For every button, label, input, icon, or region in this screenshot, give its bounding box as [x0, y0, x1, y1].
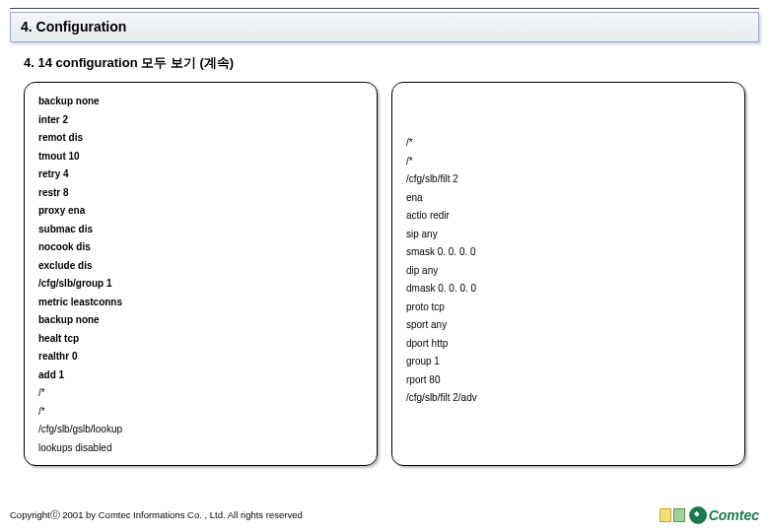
- comtec-text-wrap: Comtec: [709, 506, 759, 524]
- config-panels: backup none inter 2 remot dis tmout 10 r…: [0, 82, 769, 466]
- comtec-brand: Comtec: [709, 507, 759, 523]
- config-line: ena: [406, 189, 731, 208]
- config-line: backup none: [38, 311, 363, 330]
- config-line: metric leastconns: [38, 294, 363, 312]
- config-line: /cfg/slb/group 1: [38, 275, 363, 294]
- config-line: sport any: [406, 316, 731, 335]
- config-line: exclude dis: [38, 257, 363, 276]
- config-line: retry 4: [38, 166, 363, 184]
- config-line: /*: [406, 153, 731, 171]
- comtec-mark-icon: [689, 506, 707, 524]
- config-line: healt tcp: [38, 330, 363, 349]
- config-line: /*: [406, 134, 731, 153]
- config-line: /*: [38, 384, 363, 403]
- config-line: proto tcp: [406, 299, 731, 317]
- config-line: add 1: [38, 366, 363, 385]
- config-line: /cfg/slb/filt 2/adv: [406, 389, 731, 408]
- cert-badges: [660, 508, 685, 522]
- config-line: rport 80: [406, 371, 731, 390]
- subtitle: 4. 14 configuration 모두 보기 (계속): [24, 54, 745, 72]
- footer-logos: Comtec: [660, 506, 759, 524]
- panel-left: backup none inter 2 remot dis tmout 10 r…: [24, 82, 378, 466]
- config-line: smask 0. 0. 0. 0: [406, 243, 731, 262]
- comtec-logo: Comtec: [689, 506, 759, 524]
- config-line: dip any: [406, 262, 731, 281]
- panel-right: /* /* /cfg/slb/filt 2 ena actio redir si…: [391, 82, 745, 466]
- badge-icon: [673, 508, 685, 522]
- config-line: backup none: [38, 93, 363, 111]
- config-line: /cfg/slb/gslb/lookup: [38, 421, 363, 439]
- config-line: group 1: [406, 353, 731, 371]
- config-line: lookups disabled: [38, 439, 363, 458]
- config-line: remot dis: [38, 129, 363, 148]
- config-line: dmask 0. 0. 0. 0: [406, 280, 731, 299]
- config-line: realthr 0: [38, 348, 363, 366]
- badge-icon: [660, 508, 671, 522]
- config-line: tmout 10: [38, 148, 363, 166]
- footer: Copyrightⓒ 2001 by Comtec Informations C…: [10, 506, 759, 524]
- config-line: inter 2: [38, 111, 363, 130]
- config-line: nocook dis: [38, 238, 363, 257]
- config-line: actio redir: [406, 207, 731, 226]
- config-line: submac dis: [38, 221, 363, 239]
- header-divider: [10, 8, 759, 9]
- config-line: restr 8: [38, 184, 363, 203]
- config-line: /*: [38, 403, 363, 422]
- copyright-text: Copyrightⓒ 2001 by Comtec Informations C…: [10, 509, 303, 522]
- config-line: sip any: [406, 226, 731, 244]
- config-line: proxy ena: [38, 202, 363, 221]
- config-line: dport http: [406, 335, 731, 354]
- config-line: /cfg/slb/filt 2: [406, 170, 731, 189]
- section-title: 4. Configuration: [21, 19, 748, 34]
- section-title-box: 4. Configuration: [10, 12, 759, 42]
